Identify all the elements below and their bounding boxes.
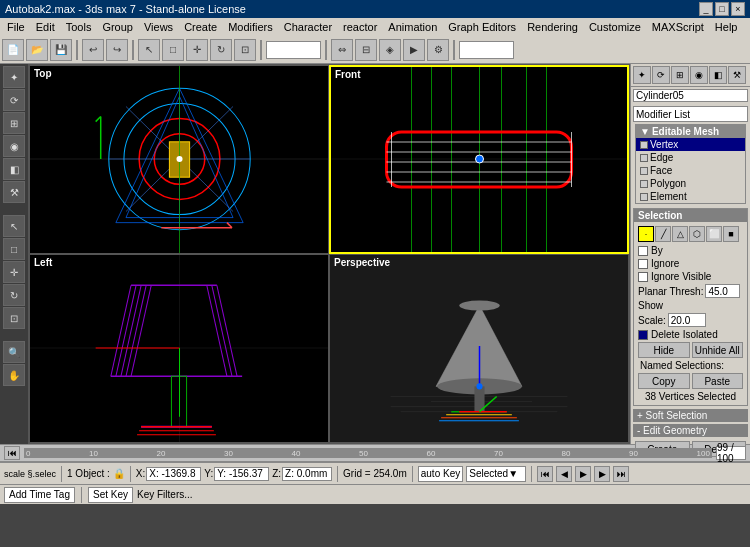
zoom-tool[interactable]: 🔍	[3, 341, 25, 363]
viewport-left[interactable]: Left	[29, 254, 329, 443]
unhide-all-button[interactable]: Unhide All	[692, 342, 744, 358]
material-editor-button[interactable]: ◈	[379, 39, 401, 61]
mesh-item-edge[interactable]: Edge	[636, 151, 745, 164]
add-time-tag-btn[interactable]: Add Time Tag	[4, 487, 75, 503]
menu-file[interactable]: File	[2, 20, 30, 34]
utilities-tool[interactable]: ⚒	[3, 181, 25, 203]
modify-tool[interactable]: ⟳	[3, 89, 25, 111]
copy-button[interactable]: Copy	[638, 373, 690, 389]
edit-geometry-expand[interactable]: - Edit Geometry	[633, 424, 748, 437]
sel-icon-edge[interactable]: ╱	[655, 226, 671, 242]
menu-create[interactable]: Create	[179, 20, 222, 34]
rotate-button[interactable]: ↻	[210, 39, 232, 61]
view-dropdown-right[interactable]: View	[459, 41, 514, 59]
pan-tool[interactable]: ✋	[3, 364, 25, 386]
anim-play[interactable]: ▶	[575, 466, 591, 482]
menu-customize[interactable]: Customize	[584, 20, 646, 34]
hierarchy-tool[interactable]: ⊞	[3, 112, 25, 134]
ignore-visible-checkbox[interactable]	[638, 272, 648, 282]
modify-panel-icon[interactable]: ⟳	[652, 66, 670, 84]
maximize-button[interactable]: □	[715, 2, 729, 16]
menu-graph-editors[interactable]: Graph Editors	[443, 20, 521, 34]
align-button[interactable]: ⊟	[355, 39, 377, 61]
move-tool[interactable]: ✛	[3, 261, 25, 283]
sel-icon-vertex[interactable]: ·	[638, 226, 654, 242]
create-panel-icon[interactable]: ✦	[633, 66, 651, 84]
menu-tools[interactable]: Tools	[61, 20, 97, 34]
mesh-item-vertex[interactable]: Vertex	[636, 138, 745, 151]
move-button[interactable]: ✛	[186, 39, 208, 61]
auto-key-field[interactable]: auto Key	[418, 466, 463, 482]
sel-icon-element[interactable]: ⬜	[706, 226, 722, 242]
selected-mode-field[interactable]: Selected ▼	[466, 466, 526, 482]
menu-maxscript[interactable]: MAXScript	[647, 20, 709, 34]
menu-group[interactable]: Group	[97, 20, 138, 34]
select-region-button[interactable]: □	[162, 39, 184, 61]
viewport-top[interactable]: Top	[29, 65, 329, 254]
key-filters-label[interactable]: Key Filters...	[137, 489, 193, 500]
view-dropdown[interactable]: View	[266, 41, 321, 59]
scale-input[interactable]	[668, 313, 706, 327]
redo-button[interactable]: ↪	[106, 39, 128, 61]
soft-selection-expand[interactable]: + Soft Selection	[633, 409, 748, 422]
menu-edit[interactable]: Edit	[31, 20, 60, 34]
sel-icon-face[interactable]: △	[672, 226, 688, 242]
anim-prev[interactable]: ◀	[556, 466, 572, 482]
menu-modifiers[interactable]: Modifiers	[223, 20, 278, 34]
select-region-tool[interactable]: □	[3, 238, 25, 260]
render-setup-button[interactable]: ⚙	[427, 39, 449, 61]
select-button[interactable]: ↖	[138, 39, 160, 61]
menu-rendering[interactable]: Rendering	[522, 20, 583, 34]
utilities-panel-icon[interactable]: ⚒	[728, 66, 746, 84]
anim-next[interactable]: ▶	[594, 466, 610, 482]
modifier-list-dropdown[interactable]: Modifier List	[633, 106, 748, 122]
sel-icon-poly[interactable]: ⬡	[689, 226, 705, 242]
mesh-item-polygon[interactable]: Polygon	[636, 177, 745, 190]
scale-tool[interactable]: ⊡	[3, 307, 25, 329]
hierarchy-panel-icon[interactable]: ⊞	[671, 66, 689, 84]
paste-button[interactable]: Paste	[692, 373, 744, 389]
by-checkbox[interactable]	[638, 246, 648, 256]
planar-thresh-input[interactable]	[705, 284, 740, 298]
anim-prev-frame[interactable]: ⏮	[537, 466, 553, 482]
editable-mesh-header[interactable]: ▼ Editable Mesh	[636, 125, 745, 138]
rotate-tool[interactable]: ↻	[3, 284, 25, 306]
menu-character[interactable]: Character	[279, 20, 337, 34]
create-tool[interactable]: ✦	[3, 66, 25, 88]
mirror-button[interactable]: ⇔	[331, 39, 353, 61]
sel-icon-solid[interactable]: ■	[723, 226, 739, 242]
display-tool[interactable]: ◧	[3, 158, 25, 180]
set-key-btn[interactable]: Set Key	[88, 487, 133, 503]
save-button[interactable]: 💾	[50, 39, 72, 61]
timeline-start-btn[interactable]: ⏮	[4, 446, 20, 460]
mesh-item-element[interactable]: Element	[636, 190, 745, 203]
open-button[interactable]: 📂	[26, 39, 48, 61]
motion-tool[interactable]: ◉	[3, 135, 25, 157]
menu-animation[interactable]: Animation	[383, 20, 442, 34]
anim-next-frame[interactable]: ⏭	[613, 466, 629, 482]
mesh-item-face[interactable]: Face	[636, 164, 745, 177]
close-button[interactable]: ×	[731, 2, 745, 16]
timeline-track[interactable]: 0102030405060708090100	[24, 448, 712, 458]
menu-reactor[interactable]: reactor	[338, 20, 382, 34]
display-panel-icon[interactable]: ◧	[709, 66, 727, 84]
hide-button[interactable]: Hide	[638, 342, 690, 358]
menu-views[interactable]: Views	[139, 20, 178, 34]
ignore-checkbox[interactable]	[638, 259, 648, 269]
minimize-button[interactable]: _	[699, 2, 713, 16]
y-coord-input[interactable]: Y: -156.37	[214, 467, 269, 481]
viewport-perspective[interactable]: Perspective	[329, 254, 629, 443]
menu-help[interactable]: Help	[710, 20, 743, 34]
select-filter[interactable]: ↖	[3, 215, 25, 237]
motion-panel-icon[interactable]: ◉	[690, 66, 708, 84]
x-coord-input[interactable]: X: -1369.8	[146, 467, 201, 481]
scale-button[interactable]: ⊡	[234, 39, 256, 61]
lock-icon[interactable]: 🔒	[113, 468, 125, 479]
undo-button[interactable]: ↩	[82, 39, 104, 61]
z-coord-input[interactable]: Z: 0.0mm	[282, 467, 332, 481]
new-button[interactable]: 📄	[2, 39, 24, 61]
delete-isolated-checkbox[interactable]	[638, 330, 648, 340]
object-name-field[interactable]: Cylinder05	[633, 89, 748, 102]
render-button[interactable]: ▶	[403, 39, 425, 61]
viewport-front[interactable]: Front	[329, 65, 629, 254]
